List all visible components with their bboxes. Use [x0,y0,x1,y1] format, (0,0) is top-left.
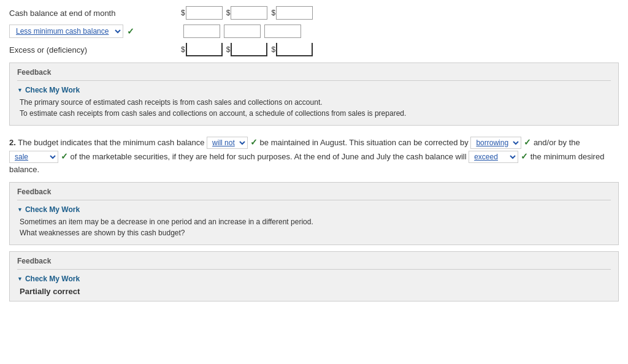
cash-input-3-wrap: $ [271,6,313,20]
check-mark-1: ✓ [127,26,134,36]
question-2-text: 2. The budget indicates that the minimum… [9,135,619,176]
excess-input-3[interactable] [276,43,313,56]
check-mark-5: ✓ [521,151,530,161]
cash-input-1-wrap: $ [181,6,223,20]
excess-input-3-wrap: $ [271,43,313,56]
cash-balance-label: Cash balance at end of month [9,9,181,18]
excess-dollar-3: $ [271,45,275,54]
cash-balance-input-2[interactable] [231,6,267,20]
check-mark-3: ✓ [524,137,534,147]
q2-dropdown-1[interactable]: will not will [207,137,248,149]
cash-balance-inputs: $ $ $ [181,6,313,20]
dollar-sign-3: $ [271,9,275,17]
q2-text-4: of the marketable securities, if they ar… [71,152,467,161]
feedback-box-2: Feedback Check My Work Sometimes an item… [9,182,619,245]
dollar-sign-1: $ [181,9,185,17]
check-my-work-3: Check My Work [17,275,611,283]
less-min-input-1[interactable] [183,25,220,38]
partially-correct-label: Partially correct [17,287,611,296]
cash-balance-input-1[interactable] [186,6,223,20]
feedback-title-2: Feedback [17,188,611,200]
less-minimum-row: Less minimum cash balance ✓ [9,25,619,38]
q2-text-2: be maintained in August. This situation … [260,138,469,147]
excess-dollar-1: $ [181,45,185,54]
excess-input-2[interactable] [231,43,267,56]
cash-balance-row: Cash balance at end of month $ $ $ [9,6,619,20]
cash-balance-input-3[interactable] [276,6,313,20]
feedback-title-1: Feedback [17,68,611,81]
feedback-text-1b: To estimate cash receipts from cash sale… [17,109,611,118]
excess-inputs: $ $ $ [181,43,313,56]
check-my-work-2: Check My Work [17,205,611,214]
feedback-text-1a: The primary source of estimated cash rec… [17,98,611,107]
less-minimum-dropdown[interactable]: Less minimum cash balance [9,25,123,38]
excess-input-1[interactable] [186,43,223,56]
excess-label: Excess or (deficiency) [9,45,181,55]
feedback-text-2a: Sometimes an item may be a decrease in o… [17,218,611,226]
feedback-title-3: Feedback [17,257,611,270]
question-number-2: 2. [9,138,16,147]
q2-dropdown-4[interactable]: exceed fall below [469,151,518,163]
less-min-input-3[interactable] [264,25,301,38]
excess-input-2-wrap: $ [226,43,268,56]
q2-text-before: The budget indicates that the minimum ca… [18,138,204,147]
feedback-text-2b: What weaknesses are shown by this cash b… [17,229,611,237]
check-mark-2: ✓ [250,137,260,147]
excess-row: Excess or (deficiency) $ $ $ [9,43,619,56]
dollar-sign-2: $ [226,9,231,17]
q2-dropdown-3[interactable]: sale purchase [9,151,58,163]
less-min-input-2[interactable] [224,25,261,38]
feedback-box-1: Feedback Check My Work The primary sourc… [9,63,619,126]
check-my-work-1: Check My Work [17,86,611,94]
less-minimum-inputs [183,25,301,38]
q2-dropdown-2[interactable]: borrowing lending [470,137,521,149]
excess-input-1-wrap: $ [181,43,223,56]
q2-text-3: and/or by the [534,138,580,147]
check-mark-4: ✓ [61,151,71,161]
cash-input-2-wrap: $ [226,6,268,20]
question-2-section: 2. The budget indicates that the minimum… [9,135,619,176]
feedback-box-3: Feedback Check My Work Partially correct [9,251,619,301]
excess-dollar-2: $ [226,45,231,54]
